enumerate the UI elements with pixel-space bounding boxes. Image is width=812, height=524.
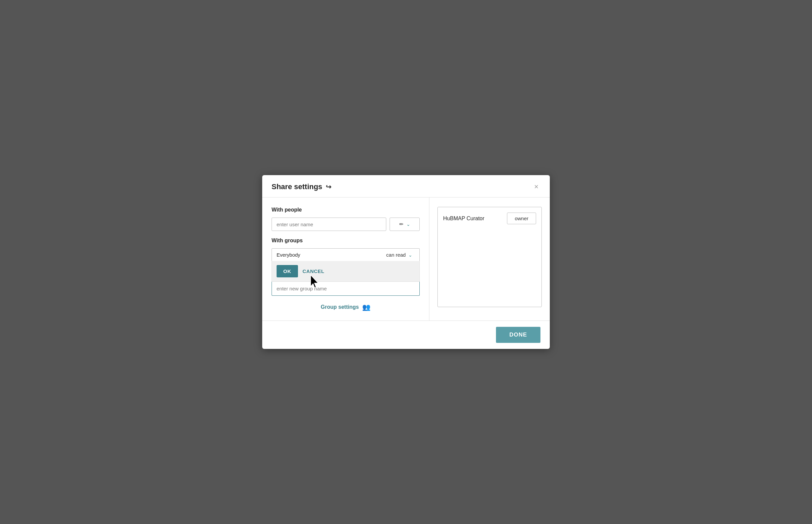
groups-section-label: With groups [272,238,420,244]
share-icon: ↪ [326,183,331,191]
owner-badge: owner [507,213,536,224]
owner-row: HuBMAP Curator owner [443,213,536,224]
people-section-label: With people [272,207,420,213]
group-settings-label: Group settings [321,304,359,310]
group-settings-icon: 👥 [362,303,370,311]
chevron-down-icon: ⌄ [406,222,410,227]
close-button[interactable]: × [532,182,540,191]
groups-name-input[interactable] [272,249,376,261]
groups-chevron-down-icon: ⌄ [408,252,412,258]
groups-permission-dropdown[interactable]: can read ⌄ [379,249,419,261]
owner-panel-box: HuBMAP Curator owner [437,207,542,307]
share-settings-modal: Share settings ↪ × With people ✏ ⌄ [262,175,550,349]
user-name-input[interactable] [272,217,386,231]
people-input-row: ✏ ⌄ [272,217,420,231]
left-panel: With people ✏ ⌄ With groups can read [262,197,429,321]
people-permission-dropdown[interactable]: ✏ ⌄ [389,217,420,231]
group-settings-link[interactable]: Group settings 👥 [272,303,420,311]
modal-header: Share settings ↪ × [262,175,550,197]
groups-section: With groups can read ⌄ OK CANCEL [272,238,420,296]
groups-input-row: can read ⌄ [272,248,420,261]
modal-footer: DONE [262,321,550,349]
groups-action-row: OK CANCEL [272,261,420,282]
ok-button[interactable]: OK [276,265,298,277]
groups-permission-label: can read [386,252,406,258]
modal-title-text: Share settings [272,182,322,191]
cancel-button[interactable]: CANCEL [303,268,325,274]
modal-title: Share settings ↪ [272,182,331,191]
done-button[interactable]: DONE [496,327,540,343]
edit-icon: ✏ [399,221,404,227]
modal-overlay: Share settings ↪ × With people ✏ ⌄ [0,0,812,524]
right-panel: HuBMAP Curator owner [429,197,550,321]
owner-name: HuBMAP Curator [443,215,484,222]
new-group-name-input[interactable] [272,282,420,296]
modal-body: With people ✏ ⌄ With groups can read [262,197,550,321]
